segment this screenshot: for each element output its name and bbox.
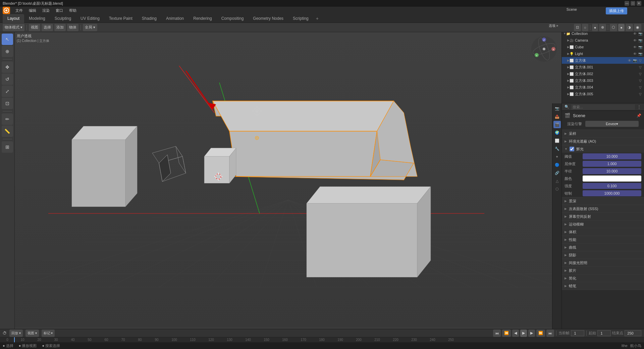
- overlay-button[interactable]: ●: [592, 24, 598, 31]
- add-workspace-button[interactable]: +: [313, 14, 321, 22]
- camera-visibility[interactable]: 👁: [633, 38, 637, 43]
- dof-header[interactable]: ▶ 景深: [562, 197, 644, 205]
- cube002-modifier[interactable]: ▽: [638, 71, 643, 76]
- outliner-item-cube005[interactable]: ▶ ⬜ 立方体.005 ▽: [562, 91, 644, 97]
- light-render[interactable]: 📷: [638, 51, 643, 56]
- prev-keyframe-btn[interactable]: ◀: [512, 330, 519, 337]
- add-primitive-tool[interactable]: ⊞: [2, 141, 13, 153]
- scale-tool[interactable]: ⤢: [2, 86, 13, 97]
- cube004-modifier[interactable]: ▽: [638, 85, 643, 90]
- cube-zh-visibility[interactable]: 👁: [627, 58, 632, 63]
- cube-render[interactable]: 📷: [638, 45, 643, 49]
- radius-value[interactable]: 10.000: [583, 168, 641, 174]
- outliner-item-cube003[interactable]: ▶ ⬜ 立方体.003 ▽: [562, 77, 644, 84]
- close-button[interactable]: ✕: [637, 1, 641, 6]
- tab-texture-paint[interactable]: Texture Paint: [104, 14, 137, 23]
- ssr-header[interactable]: ▶ 屏幕空间反射: [562, 213, 644, 220]
- simplify-header[interactable]: ▶ 简化: [562, 275, 644, 282]
- outliner-item-cube002[interactable]: ▶ ⬜ 立方体.002 ▽: [562, 70, 644, 77]
- indirect-header[interactable]: ▶ 间接光照明: [562, 259, 644, 266]
- menu-file[interactable]: 文件: [13, 7, 25, 14]
- tab-compositing[interactable]: Compositing: [217, 14, 249, 23]
- clamp-value[interactable]: 1000.000: [583, 190, 641, 196]
- color-value[interactable]: [583, 176, 641, 182]
- scene-props-btn[interactable]: 🎬: [553, 121, 561, 128]
- maximize-button[interactable]: □: [631, 1, 635, 6]
- motion-blur-header[interactable]: ▶ 运动模糊: [562, 220, 644, 228]
- view-menu[interactable]: 视图: [29, 24, 40, 31]
- viewport-shading-rendered[interactable]: ◉: [634, 24, 641, 31]
- viewport-shading-wire[interactable]: ⬡: [610, 24, 617, 31]
- menu-help[interactable]: 帮助: [66, 7, 79, 14]
- performance-header[interactable]: ▶ 性能: [562, 236, 644, 243]
- proportional-edit[interactable]: ○: [582, 24, 588, 31]
- cube001-modifier[interactable]: ▽: [638, 65, 643, 69]
- cube003-modifier[interactable]: ▽: [638, 78, 643, 83]
- next-keyframe-btn[interactable]: ▶: [528, 330, 535, 337]
- shadows-header[interactable]: ▶ 阴影: [562, 251, 644, 259]
- select-box-tool[interactable]: ↖: [2, 34, 13, 45]
- play-btn[interactable]: ▶: [520, 330, 527, 337]
- minimize-button[interactable]: —: [625, 1, 629, 6]
- viewport-3d[interactable]: [15, 32, 561, 329]
- outliner-item-camera[interactable]: ▶ 🎥 Camera 👁 📷: [562, 37, 644, 44]
- knee-value[interactable]: 1.000: [583, 161, 641, 167]
- prev-frame-btn[interactable]: ⏪: [502, 330, 511, 337]
- object-props-btn[interactable]: ⬜: [553, 137, 561, 144]
- object-menu[interactable]: 物体: [67, 24, 78, 31]
- upload-button[interactable]: 插插上传: [606, 7, 627, 14]
- outliner-item-cube[interactable]: ▶ ⬜ Cube 👁 📷: [562, 44, 644, 50]
- global-local-toggle[interactable]: 全局 ▾: [83, 24, 97, 31]
- particles-btn[interactable]: ✦: [553, 153, 561, 160]
- start-frame-input[interactable]: [597, 330, 611, 336]
- world-props-btn[interactable]: 🌍: [553, 129, 561, 136]
- tab-shading[interactable]: Shading: [137, 14, 161, 23]
- cube005-modifier[interactable]: ▽: [638, 92, 643, 96]
- material-btn[interactable]: ⬡: [553, 185, 561, 193]
- rotate-tool[interactable]: ↺: [2, 73, 13, 85]
- cube-zh-modifier[interactable]: ▽: [638, 58, 643, 63]
- timeline-view-menu[interactable]: 视图 ▾: [25, 330, 39, 337]
- transform-tool[interactable]: ⊡: [2, 98, 13, 109]
- window-controls[interactable]: — □ ✕: [625, 1, 641, 6]
- bloom-enabled[interactable]: [570, 147, 574, 151]
- tab-sculpting[interactable]: Sculpting: [50, 14, 76, 23]
- camera-render[interactable]: 📷: [638, 38, 643, 43]
- measure-tool[interactable]: 📏: [2, 126, 13, 137]
- outliner-item-cube004[interactable]: ▶ ⬜ 立方体.004 ▽: [562, 84, 644, 91]
- data-btn[interactable]: △: [553, 177, 561, 185]
- sss-header[interactable]: ▶ 次表面散射 (SSS): [562, 205, 644, 212]
- tab-rendering[interactable]: Rendering: [189, 14, 216, 23]
- intensity-value[interactable]: 0.100: [583, 183, 641, 189]
- sampling-header[interactable]: ▶ 采样: [562, 130, 644, 137]
- constraints-btn[interactable]: 🔗: [553, 169, 561, 177]
- annotate-tool[interactable]: ✏: [2, 113, 13, 125]
- bloom-header[interactable]: ▼ 辉光: [562, 145, 644, 153]
- add-menu[interactable]: 添加: [54, 24, 66, 31]
- select-menu[interactable]: 选择: [42, 24, 53, 31]
- threshold-value[interactable]: 10.000: [583, 153, 641, 159]
- output-props-btn[interactable]: 📤: [553, 113, 561, 120]
- ao-header[interactable]: ▶ 环境光遮蔽 (AO): [562, 138, 644, 145]
- tab-scripting[interactable]: Scripting: [288, 14, 313, 23]
- menu-window[interactable]: 窗口: [53, 7, 66, 14]
- light-visibility[interactable]: 👁: [633, 51, 637, 56]
- cube-visibility[interactable]: 👁: [633, 45, 637, 49]
- blender-logo[interactable]: [3, 7, 10, 14]
- properties-search[interactable]: [571, 104, 635, 110]
- cursor-tool[interactable]: ⊕: [2, 46, 13, 57]
- options-button[interactable]: 选项 »: [546, 23, 561, 29]
- outliner-item-light[interactable]: ▶ 💡 Light 👁 📷: [562, 50, 644, 57]
- viewport-shading-material[interactable]: ◑: [626, 24, 633, 31]
- physics-btn[interactable]: 🔵: [553, 161, 561, 168]
- menu-render[interactable]: 渲染: [40, 7, 52, 14]
- render-props-btn[interactable]: 📷: [553, 105, 561, 112]
- menu-edit[interactable]: 编辑: [26, 7, 39, 14]
- tab-layout[interactable]: Layout: [3, 14, 24, 23]
- current-frame-input[interactable]: [571, 330, 584, 336]
- volumetrics-header[interactable]: ▶ 体积: [562, 228, 644, 236]
- jump-start-btn[interactable]: ⏮: [493, 330, 501, 337]
- gizmo-button[interactable]: ⊕: [599, 24, 606, 31]
- tab-geometry-nodes[interactable]: Geometry Nodes: [248, 14, 288, 23]
- renderer-selector[interactable]: Eevee ▾: [585, 121, 639, 127]
